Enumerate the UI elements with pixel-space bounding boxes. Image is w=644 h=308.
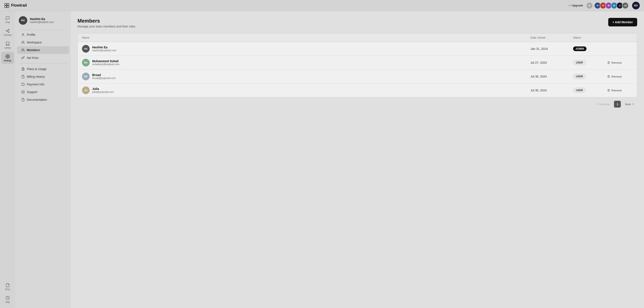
pagination: Previous 1 Next xyxy=(78,101,637,108)
nav-chat[interactable]: Chat xyxy=(1,14,14,26)
sidebar-item-api-keys[interactable]: Api Keys xyxy=(17,54,69,62)
svg-rect-0 xyxy=(5,4,6,5)
status-badge-admin: ADMIN xyxy=(573,46,586,51)
trash-icon-3 xyxy=(607,89,610,92)
sidebar-user-info: Hashim Ea hashim@radixhr.com xyxy=(30,17,54,24)
sidebar-item-docs[interactable]: Documentation xyxy=(17,96,69,104)
top-bar: Flowtrail Upgrade + H H M B J +3 HA xyxy=(0,0,644,11)
previous-button[interactable]: Previous xyxy=(593,102,612,107)
member-info-julia: Julia julia@yopmail.com xyxy=(92,87,114,94)
sidebar-billing-label: Billing History xyxy=(27,75,45,78)
nav-settings[interactable]: Settings xyxy=(1,52,14,64)
add-member-button[interactable]: + Add Member xyxy=(608,18,637,26)
docs-icon xyxy=(6,283,10,287)
member-info-hashim: Hashim Ea hashim@radixhr.com xyxy=(92,46,116,52)
app-name: Flowtrail xyxy=(11,3,27,8)
remove-broad[interactable]: Remove xyxy=(607,75,633,78)
members-icon xyxy=(21,48,25,52)
table-row: JU Julia julia@yopmail.com Jul 30, 2024 … xyxy=(78,84,637,97)
status-muhammed: USER xyxy=(573,60,607,65)
workspace-icon xyxy=(21,41,25,44)
svg-point-6 xyxy=(8,32,9,32)
avatar-group: H H M B J +3 xyxy=(594,2,629,9)
avatar-broad: BR xyxy=(82,73,90,80)
content-header: Members Manage your team members and the… xyxy=(78,18,637,28)
svg-rect-3 xyxy=(7,6,9,8)
sidebar-item-support[interactable]: Support xyxy=(17,88,69,96)
sidebar-plans-label: Plans & Usage xyxy=(27,67,47,71)
support-icon xyxy=(21,90,25,94)
user-avatar-top[interactable]: HA xyxy=(632,2,640,9)
upgrade-button[interactable]: Upgrade xyxy=(566,3,585,8)
sidebar-members-label: Members xyxy=(27,48,40,52)
sidebar-user: HA Hashim Ea hashim@radixhr.com xyxy=(15,14,71,29)
add-button[interactable]: + xyxy=(586,2,592,8)
remove-muhammed[interactable]: Remove xyxy=(607,61,633,64)
nav-help-label: Help xyxy=(6,301,10,303)
svg-line-8 xyxy=(7,30,8,30)
svg-point-14 xyxy=(22,49,23,50)
trash-icon-1 xyxy=(607,61,610,64)
avatar-julia: JU xyxy=(82,86,90,94)
upgrade-icon xyxy=(568,4,571,7)
nav-help[interactable]: Help xyxy=(1,294,14,306)
status-badge-user-2: USER xyxy=(573,74,586,79)
sidebar-user-initials: HA xyxy=(21,19,25,22)
api-keys-icon xyxy=(21,56,25,60)
member-cell-broad: BR Broad broad@yopmail.com xyxy=(82,73,530,80)
avatar-more[interactable]: +3 xyxy=(622,2,629,9)
sidebar-item-workspace[interactable]: Workspace xyxy=(17,38,69,46)
sidebar-divider-2 xyxy=(19,63,67,64)
remove-label-2: Remove xyxy=(612,75,622,78)
svg-point-5 xyxy=(6,30,7,31)
sidebar-item-members[interactable]: Members xyxy=(17,46,69,54)
nav-settings-label: Settings xyxy=(4,60,12,62)
svg-point-13 xyxy=(22,41,23,42)
sidebar-item-profile[interactable]: Profile xyxy=(17,31,69,38)
sidebar-docs-label: Documentation xyxy=(27,98,47,102)
page-title: Members xyxy=(78,18,136,24)
status-badge-user-1: USER xyxy=(573,60,586,65)
nav-docs[interactable]: Docs xyxy=(1,281,14,293)
date-julia: Jul 30, 2024 xyxy=(530,88,573,92)
member-info-broad: Broad broad@yopmail.com xyxy=(92,73,116,80)
profile-icon xyxy=(21,33,25,36)
avatar-muhammed: MU xyxy=(82,59,90,66)
table-row: BR Broad broad@yopmail.com Jul 30, 2024 … xyxy=(78,70,637,84)
nav-library-label: Library xyxy=(4,47,11,49)
member-email-hashim: hashim@radixhr.com xyxy=(92,49,116,52)
page-subtitle: Manage your team members and their roles xyxy=(78,25,136,28)
status-julia: USER xyxy=(573,88,607,93)
sidebar-item-payment[interactable]: Payment Info xyxy=(17,80,69,88)
help-icon xyxy=(6,296,10,300)
sidebar-user-name: Hashim Ea xyxy=(30,17,54,21)
nav-connect-label: Connect xyxy=(4,34,12,36)
status-badge-user-3: USER xyxy=(573,88,586,93)
member-name-muhammed: Muhammed Suhail xyxy=(92,60,120,63)
next-button[interactable]: Next xyxy=(622,102,637,107)
date-hashim: Jan 31, 2024 xyxy=(530,47,573,50)
sidebar-item-plans[interactable]: Plans & Usage xyxy=(17,65,69,73)
svg-point-12 xyxy=(22,34,24,34)
member-email-muhammed: suhailea1@outlook.com xyxy=(92,63,120,66)
avatar-hashim: HA xyxy=(82,45,90,52)
app-logo: Flowtrail xyxy=(4,3,564,8)
nav-connect[interactable]: Connect xyxy=(1,26,14,38)
sidebar-item-billing[interactable]: Billing History xyxy=(17,73,69,80)
sidebar-workspace-label: Workspace xyxy=(27,41,42,44)
col-actions xyxy=(607,36,633,39)
payment-icon xyxy=(21,83,25,86)
table-row: MU Muhammed Suhail suhailea1@outlook.com… xyxy=(78,56,637,70)
svg-point-9 xyxy=(7,56,8,57)
nav-library[interactable]: Library xyxy=(1,39,14,51)
svg-rect-2 xyxy=(5,6,6,8)
icon-nav: Chat Connect Library xyxy=(0,11,15,308)
col-name: Name xyxy=(82,36,530,39)
date-muhammed: Jul 27, 2024 xyxy=(530,61,573,64)
connect-icon xyxy=(6,29,10,33)
member-name-hashim: Hashim Ea xyxy=(92,46,116,49)
table-header: Name Date Joined Status xyxy=(78,34,637,42)
remove-julia[interactable]: Remove xyxy=(607,89,633,92)
member-cell-muhammed: MU Muhammed Suhail suhailea1@outlook.com xyxy=(82,59,530,66)
user-initials: HA xyxy=(634,4,638,7)
